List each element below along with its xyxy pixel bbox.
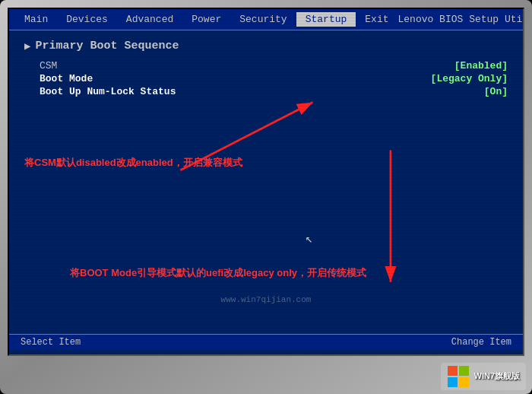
csm-value: [Enabled] — [454, 60, 508, 71]
annotation-text-1: 将CSM默认disabled改成enabled，开启兼容模式 — [24, 156, 242, 170]
triangle-icon: ▶ — [24, 40, 30, 52]
menu-item-advanced[interactable]: Advanced — [117, 12, 182, 27]
bootmode-value: [Legacy Only] — [431, 73, 508, 84]
windows-logo-icon — [447, 365, 470, 388]
bios-content: ▶ Primary Boot Sequence CSM [Enabled] Bo… — [9, 30, 523, 350]
section-header: ▶ Primary Boot Sequence — [24, 40, 508, 52]
menu-item-security[interactable]: Security — [230, 12, 296, 27]
numlock-label: Boot Up Num-Lock Status — [40, 86, 176, 97]
bios-screen: Main Devices Advanced Power Security Sta… — [8, 8, 524, 356]
win7-label: WIN7旗舰版 — [474, 371, 521, 381]
menu-item-power[interactable]: Power — [182, 12, 230, 27]
menu-item-exit[interactable]: Exit — [356, 12, 397, 27]
svg-rect-3 — [448, 366, 458, 376]
menu-item-startup[interactable]: Startup — [296, 12, 356, 27]
annotation-text-2: 将BOOT Mode引导模式默认的uefi改成legacy only，开启传统模… — [70, 266, 366, 280]
menu-items: Main Devices Advanced Power Security Sta… — [9, 12, 398, 27]
svg-rect-5 — [448, 377, 458, 387]
csm-label: CSM — [40, 60, 57, 71]
section-title: Primary Boot Sequence — [35, 40, 179, 52]
svg-rect-4 — [459, 366, 469, 376]
csm-value-container: [Enabled] — [386, 60, 508, 71]
bottom-btn-change: Change Item — [451, 337, 511, 348]
bootmode-label: Boot Mode — [40, 73, 93, 84]
menu-bar: Main Devices Advanced Power Security Sta… — [9, 9, 523, 30]
menu-row-bootmode: Boot Mode [Legacy Only] — [40, 73, 508, 84]
mouse-cursor: ↖ — [306, 231, 313, 246]
bios-menu: CSM [Enabled] Boot Mode [Legacy Only] Bo… — [40, 60, 508, 97]
bottom-btn-select: Select Item — [21, 337, 81, 348]
numlock-value-container: [On] — [386, 86, 508, 97]
win7-badge: WIN7旗舰版 — [441, 363, 527, 390]
bootmode-value-container: [Legacy Only] — [386, 73, 508, 84]
menu-row-csm: CSM [Enabled] — [40, 60, 508, 71]
svg-rect-6 — [459, 377, 469, 387]
bottom-bar: Select Item Change Item — [9, 334, 523, 350]
monitor: Main Devices Advanced Power Security Sta… — [0, 0, 532, 394]
menu-row-numlock: Boot Up Num-Lock Status [On] — [40, 86, 508, 97]
menu-item-main[interactable]: Main — [15, 12, 57, 27]
menu-item-devices[interactable]: Devices — [57, 12, 117, 27]
numlock-value: [On] — [484, 86, 508, 97]
bios-title: Lenovo BIOS Setup Utility — [398, 14, 524, 25]
watermark-text: www.win7qijian.com — [221, 295, 312, 304]
